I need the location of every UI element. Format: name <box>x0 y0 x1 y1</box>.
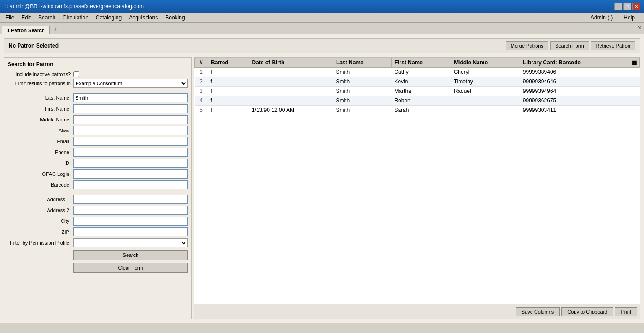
phone-row: Phone: <box>8 148 188 157</box>
alias-row: Alias: <box>8 126 188 135</box>
limit-results-label: Limit results to patrons in <box>8 81 73 86</box>
cell-lastname: Smith <box>333 106 391 115</box>
zip-input[interactable] <box>73 227 188 236</box>
cell-firstname: Cathy <box>391 68 451 77</box>
cell-barred: f <box>208 68 249 77</box>
menu-acquisitions[interactable]: Acquisitions <box>125 14 161 22</box>
cell-barcode: 99999394964 <box>520 87 640 96</box>
opac-label: OPAC Login: <box>8 171 73 177</box>
search-form-button[interactable]: Search Form <box>550 41 589 50</box>
content-row: Search for Patron Include inactive patro… <box>4 57 640 319</box>
opac-row: OPAC Login: <box>8 169 188 179</box>
middlename-label: Middle Name: <box>8 117 73 122</box>
table-row[interactable]: 3 f Smith Martha Raquel 99999394964 <box>195 87 640 96</box>
cell-lastname: Smith <box>333 77 391 87</box>
lastname-label: Last Name: <box>8 95 73 101</box>
city-input[interactable] <box>73 217 188 226</box>
minimize-button[interactable]: — <box>614 3 622 10</box>
cell-firstname: Robert <box>391 96 451 106</box>
results-table-container[interactable]: # Barred Date of Birth Last Name First N… <box>194 58 640 304</box>
cell-middlename: Timothy <box>451 77 520 87</box>
id-label: ID: <box>8 160 73 166</box>
maximize-button[interactable]: □ <box>623 3 631 10</box>
phone-input[interactable] <box>73 148 188 157</box>
col-barcode: Library Card: Barcode ▦ <box>520 58 640 68</box>
zip-row: ZIP: <box>8 227 188 236</box>
address1-row: Address 1: <box>8 195 188 204</box>
search-button[interactable]: Search <box>73 250 188 260</box>
main-content: No Patron Selected Merge Patrons Search … <box>0 34 644 323</box>
search-panel: Search for Patron Include inactive patro… <box>4 57 192 319</box>
menu-circulation[interactable]: Circulation <box>59 14 92 22</box>
cell-lastname: Smith <box>333 96 391 106</box>
cell-num: 5 <box>195 106 208 115</box>
permission-row: Filter by Permission Profile: <box>8 238 188 247</box>
menu-edit[interactable]: Edit <box>18 14 34 22</box>
cell-barcode: 99999389406 <box>520 68 640 77</box>
menu-help[interactable]: Help <box>620 14 639 22</box>
tab-patron-search[interactable]: 1 Patron Search <box>2 26 50 34</box>
menu-file[interactable]: File <box>2 14 18 22</box>
include-inactive-checkbox[interactable] <box>73 71 79 77</box>
cell-dob <box>249 77 333 87</box>
table-row[interactable]: 4 f Smith Robert 99999362675 <box>195 96 640 106</box>
menu-left: File Edit Search Circulation Cataloging … <box>2 14 189 22</box>
table-row[interactable]: 1 f Smith Cathy Cheryl 99999389406 <box>195 68 640 77</box>
address1-input[interactable] <box>73 195 188 204</box>
col-dob: Date of Birth <box>249 58 333 68</box>
cell-num: 4 <box>195 96 208 106</box>
cell-lastname: Smith <box>333 68 391 77</box>
tab-bar: 1 Patron Search + ✕ <box>0 23 644 34</box>
cell-num: 1 <box>195 68 208 77</box>
city-row: City: <box>8 217 188 226</box>
menu-booking[interactable]: Booking <box>161 14 188 22</box>
cell-middlename: Cheryl <box>451 68 520 77</box>
search-panel-title: Search for Patron <box>8 61 188 68</box>
table-row[interactable]: 5 f 1/13/90 12:00 AM Smith Sarah 9999930… <box>195 106 640 115</box>
menu-search[interactable]: Search <box>34 14 59 22</box>
limit-results-select[interactable]: Example Consortium <box>73 79 188 88</box>
alias-input[interactable] <box>73 126 188 135</box>
phone-label: Phone: <box>8 150 73 155</box>
lastname-input[interactable] <box>73 93 188 102</box>
print-button[interactable]: Print <box>615 307 637 316</box>
cell-dob <box>249 96 333 106</box>
lastname-row: Last Name: <box>8 93 188 102</box>
address2-input[interactable] <box>73 206 188 215</box>
col-num: # <box>195 58 208 68</box>
retrieve-patron-button[interactable]: Retrieve Patron <box>591 41 635 50</box>
middlename-row: Middle Name: <box>8 115 188 124</box>
firstname-input[interactable] <box>73 104 188 113</box>
barcode-label: Barcode: <box>8 182 73 188</box>
cell-dob: 1/13/90 12:00 AM <box>249 106 333 115</box>
results-tbody: 1 f Smith Cathy Cheryl 99999389406 2 f S… <box>195 68 640 115</box>
email-label: Email: <box>8 139 73 144</box>
tab-add-button[interactable]: + <box>51 24 60 34</box>
status-bar <box>0 323 644 333</box>
permission-select[interactable] <box>73 238 188 247</box>
clear-form-button[interactable]: Clear Form <box>73 263 188 273</box>
table-row[interactable]: 2 f Smith Kevin Timothy 99999394646 <box>195 77 640 87</box>
id-input[interactable] <box>73 159 188 168</box>
permission-label: Filter by Permission Profile: <box>8 240 73 246</box>
col-lastname: Last Name <box>333 58 391 68</box>
menu-bar: File Edit Search Circulation Cataloging … <box>0 13 644 23</box>
cell-middlename <box>451 106 520 115</box>
title-bar-controls: — □ ✕ <box>614 3 640 10</box>
copy-clipboard-button[interactable]: Copy to Clipboard <box>561 307 613 316</box>
save-columns-button[interactable]: Save Columns <box>516 307 560 316</box>
close-window-button[interactable]: ✕ <box>632 3 640 10</box>
merge-patrons-button[interactable]: Merge Patrons <box>506 41 548 50</box>
cell-middlename: Raquel <box>451 87 520 96</box>
email-input[interactable] <box>73 137 188 146</box>
opac-input[interactable] <box>73 169 188 179</box>
menu-cataloging[interactable]: Cataloging <box>92 14 125 22</box>
menu-admin[interactable]: Admin (-) <box>587 14 616 22</box>
firstname-row: First Name: <box>8 104 188 113</box>
cell-barcode: 99999394646 <box>520 77 640 87</box>
middlename-input[interactable] <box>73 115 188 124</box>
col-firstname: First Name <box>391 58 451 68</box>
barcode-input[interactable] <box>73 180 188 189</box>
close-tab-button[interactable]: ✕ <box>637 24 642 31</box>
cell-firstname: Sarah <box>391 106 451 115</box>
